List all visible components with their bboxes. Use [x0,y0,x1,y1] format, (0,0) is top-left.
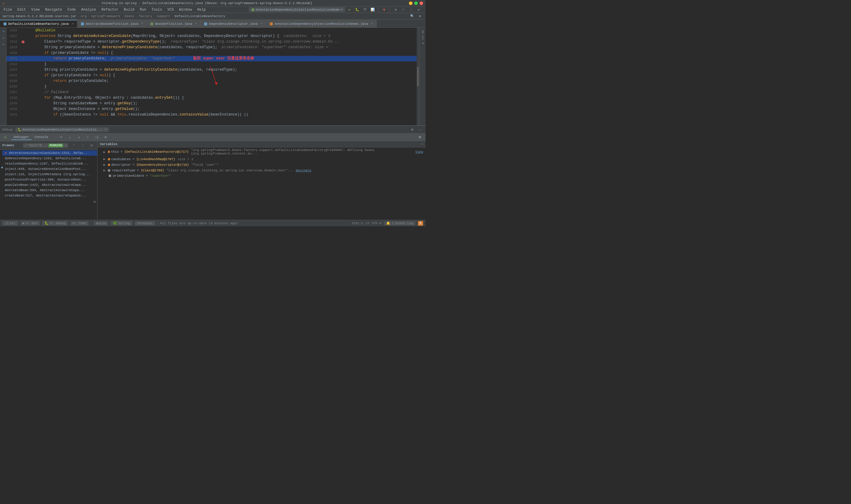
project-icon[interactable]: P [1,29,6,34]
step-into-button[interactable]: ↓ [67,134,73,140]
thread-selector[interactable]: ✓ "main"@... RUNNING ▾ [23,143,68,148]
menu-window[interactable]: Window [177,7,194,13]
frame-up-button[interactable]: ↑ [71,142,77,148]
maven-icon[interactable]: M [420,41,425,46]
minimize-button[interactable]: – [409,1,413,5]
git-revert-button[interactable]: ↺ [415,7,422,13]
close-button[interactable]: × [420,1,423,5]
terminal-status-button[interactable]: Terminal [135,221,155,226]
expand-descriptor[interactable]: ▶ [104,163,106,167]
debug-session-tab[interactable]: 🐛 AnnotationDependencyInjectionResolutio… [15,127,109,132]
expand-candidates[interactable]: ▶ [104,157,106,161]
run-config-dropdown[interactable]: ⬤ AnnotationDependencyInjectionResolutio… [249,7,345,12]
menu-tools[interactable]: Tools [149,7,165,13]
debug-settings-icon[interactable]: ⚙ [409,127,415,133]
step-out-button[interactable]: ↑ [85,134,91,140]
tab-console[interactable]: Console [32,135,51,140]
frame-item-0[interactable]: ● determineAutowireCandidate:1531, Defau… [2,150,97,156]
structure-icon[interactable]: S [1,35,6,41]
tab-close-3[interactable]: × [260,22,262,25]
frame-filter-button[interactable]: ⊟ [88,142,95,148]
git-commit-button[interactable]: ✓ [400,7,406,13]
profile-button[interactable]: 📊 [369,7,376,13]
var-item-this[interactable]: ▶ this = {DefaultListableBeanFactory@171… [97,147,426,156]
build-status-button[interactable]: Build [94,221,108,226]
breadcrumb-item-2[interactable]: springframework [91,15,120,18]
close-session-icon[interactable]: × [105,128,107,131]
menu-code[interactable]: Code [65,7,78,13]
menu-refactor[interactable]: Refactor [99,7,121,13]
menu-help[interactable]: Help [195,7,208,13]
editor-scrollbar[interactable] [417,28,419,125]
tab-close-2[interactable]: × [195,22,197,25]
run-to-cursor-button[interactable]: →| [93,134,100,140]
debug-status-button[interactable]: 🐛 5: Debug [42,221,68,226]
var-item-descriptor[interactable]: ▶ descriptor = {DependencyDescriptor@171… [97,162,426,167]
tab-annotationdemo[interactable]: AnnotationDependencyInjectionResolutionD… [266,20,377,28]
todo-status-button[interactable]: 6: TODO [70,221,89,226]
frame-item-1[interactable]: doResolveDependency:1262, DefaultListab.… [2,156,97,161]
tab-abstractbeandefinition[interactable]: AbstractBeanDefinition.java × [77,20,147,28]
breadcrumb-item-4[interactable]: factory [139,15,152,18]
var-item-primarycandidate[interactable]: primaryCandidate = "superUser" [97,173,426,178]
frame-item-4[interactable]: inject:116, InjectionMetadata (org.sprin… [2,172,97,177]
menu-build[interactable]: Build [122,7,137,13]
code-editor[interactable]: 1526 @Nullable 1527 protected String det… [6,28,419,125]
debug-resume-button[interactable]: ▶ [2,134,9,140]
event-log-button[interactable]: 🔔 1 Event Log [384,221,415,226]
add-variable-button[interactable]: + [421,142,423,146]
git-status-button[interactable]: ⎇ Git [2,221,18,226]
frame-item-7[interactable]: doCreateBean:594, AbstractAutowireCapa..… [2,187,97,193]
menu-vcs[interactable]: VCS [165,7,176,13]
breadcrumb-item-1[interactable]: org [81,15,87,18]
breadcrumb-item-5[interactable]: support [157,15,170,18]
step-over-button[interactable]: ↷ [58,134,65,140]
menu-run[interactable]: Run [138,7,149,13]
git-push-button[interactable]: ↑ [408,7,414,13]
database-icon[interactable]: DB [420,29,425,34]
menu-view[interactable]: View [29,7,42,13]
frame-item-3[interactable]: inject:640, AutowiredAnnotationBeanPost.… [2,166,97,172]
menu-analyze[interactable]: Analyze [79,7,98,13]
debug-run-button[interactable]: 🐛 [354,7,361,13]
editor-scrollbar-thumb[interactable] [417,67,419,86]
stop-button[interactable]: ■ [381,7,387,13]
coverage-button[interactable]: ⏱ [362,7,368,13]
git-update-button[interactable]: ⇅ [393,7,399,13]
infinite-scroll-icon[interactable]: ∞ [94,199,96,204]
menu-navigate[interactable]: Navigate [42,7,65,13]
breadcrumb-item-0[interactable]: spring-beans-5.2.2.RELEASE-sources.jar [2,15,76,18]
var-this-view-link[interactable]: View [415,150,423,154]
tab-close-1[interactable]: × [141,22,143,25]
breadcrumb-item-6[interactable]: DefaultListableBeanFactory [175,15,225,18]
spring-status-button[interactable]: 🌿 Spring [110,221,132,226]
run-status-button[interactable]: ▶ 4: Run [20,221,40,226]
frame-item-6[interactable]: populateBean:1422, AbstractAutowireCapa.… [2,182,97,187]
frame-item-8[interactable]: createBean:517, AbstractAutowireCapable.… [2,193,97,198]
tab-beandefinition[interactable]: BeanDefinition.java × [147,20,201,28]
tab-debugger[interactable]: Debugger [11,135,32,140]
breakpoint-1528[interactable] [22,40,24,43]
tab-close-4[interactable]: × [371,22,373,25]
ime-badge[interactable]: 英 [418,221,423,226]
expand-this[interactable]: ▶ [104,150,106,154]
var-requiredtype-navigate-link[interactable]: Navigate [296,169,311,172]
restore-layout-button[interactable]: ⊞ [417,134,423,140]
commit-icon[interactable]: C [1,42,6,47]
settings-icon[interactable]: ⚙ [417,13,423,19]
debug-minimize-icon[interactable]: – [417,127,423,133]
tab-dependencydescriptor[interactable]: DependencyDescriptor.java × [201,20,266,28]
ant-icon[interactable]: Ant [420,35,425,40]
search-icon[interactable]: 🔍 [409,13,415,19]
run-button[interactable]: ▶ [346,7,353,13]
tab-defaultlistablebeanfactory[interactable]: DefaultListableBeanFactory.java × [0,20,77,28]
evaluate-button[interactable]: ≡ [102,134,109,140]
tab-close-0[interactable]: × [72,22,74,26]
maximize-button[interactable]: □ [414,1,418,5]
expand-requiredtype[interactable]: ▶ [104,168,106,172]
force-step-into-button[interactable]: ⇓ [76,134,82,140]
var-item-candidates[interactable]: ▶ candidates = {LinkedHashMap@1787} size… [97,156,426,162]
frame-item-2[interactable]: resolveDependency:1207, DefaultListableB… [2,161,97,166]
menu-file[interactable]: File [1,7,15,13]
frame-item-5[interactable]: postProcessProperties:399, AutowiredAnn.… [2,177,97,182]
